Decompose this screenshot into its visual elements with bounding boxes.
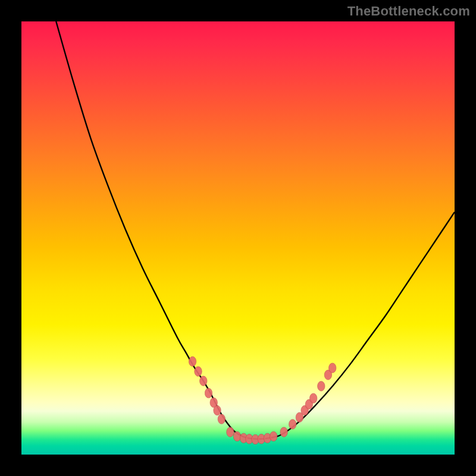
chart-stage: TheBottleneck.com xyxy=(0,0,476,476)
data-dot xyxy=(318,381,325,391)
data-dot xyxy=(227,427,234,437)
data-dot xyxy=(195,367,202,376)
data-dots xyxy=(21,21,455,455)
data-dot xyxy=(289,419,296,429)
data-dot xyxy=(309,393,317,403)
dot-layer xyxy=(189,356,336,444)
data-dot xyxy=(280,427,287,437)
data-dot xyxy=(214,406,221,415)
data-dot xyxy=(205,388,212,397)
data-dot xyxy=(200,376,207,386)
data-dot xyxy=(189,356,196,366)
data-dot xyxy=(233,431,240,441)
data-dot xyxy=(329,363,336,372)
attribution-text: TheBottleneck.com xyxy=(347,4,470,19)
data-dot xyxy=(270,431,277,441)
data-dot xyxy=(218,414,225,424)
plot-area xyxy=(21,21,455,455)
